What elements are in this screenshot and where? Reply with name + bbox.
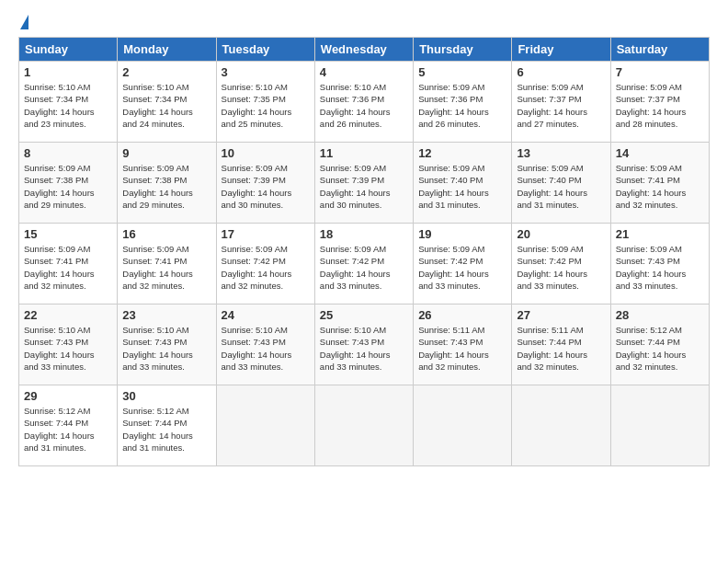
day-number: 23 <box>122 308 210 322</box>
calendar-day-cell: 13 Sunrise: 5:09 AMSunset: 7:40 PMDaylig… <box>512 143 610 224</box>
calendar-day-cell: 26 Sunrise: 5:11 AMSunset: 7:43 PMDaylig… <box>414 304 512 385</box>
day-number: 27 <box>517 308 605 322</box>
calendar-day-cell: 4 Sunrise: 5:10 AMSunset: 7:36 PMDayligh… <box>314 62 413 143</box>
calendar-header-sunday: Sunday <box>19 38 118 62</box>
calendar-day-cell: 16 Sunrise: 5:09 AMSunset: 7:41 PMDaylig… <box>118 224 216 304</box>
day-number: 9 <box>122 146 210 160</box>
day-info: Sunrise: 5:09 AMSunset: 7:40 PMDaylight:… <box>418 162 506 211</box>
day-number: 15 <box>24 227 112 241</box>
calendar-day-cell: 28 Sunrise: 5:12 AMSunset: 7:44 PMDaylig… <box>610 304 709 385</box>
calendar-day-cell: 6 Sunrise: 5:09 AMSunset: 7:37 PMDayligh… <box>512 62 610 143</box>
day-info: Sunrise: 5:09 AMSunset: 7:42 PMDaylight:… <box>517 243 605 292</box>
calendar-day-cell: 11 Sunrise: 5:09 AMSunset: 7:39 PMDaylig… <box>314 143 413 224</box>
day-info: Sunrise: 5:10 AMSunset: 7:43 PMDaylight:… <box>222 324 310 373</box>
day-info: Sunrise: 5:09 AMSunset: 7:43 PMDaylight:… <box>616 243 704 292</box>
calendar-day-cell <box>610 385 709 466</box>
day-number: 26 <box>418 308 506 322</box>
day-number: 7 <box>616 65 704 79</box>
day-info: Sunrise: 5:11 AMSunset: 7:43 PMDaylight:… <box>418 324 506 373</box>
day-info: Sunrise: 5:09 AMSunset: 7:42 PMDaylight:… <box>418 243 506 292</box>
day-number: 30 <box>122 389 210 403</box>
calendar-day-cell: 22 Sunrise: 5:10 AMSunset: 7:43 PMDaylig… <box>19 304 118 385</box>
day-number: 12 <box>418 146 506 160</box>
calendar-day-cell: 15 Sunrise: 5:09 AMSunset: 7:41 PMDaylig… <box>19 224 118 304</box>
calendar-day-cell: 27 Sunrise: 5:11 AMSunset: 7:44 PMDaylig… <box>512 304 610 385</box>
calendar-day-cell <box>314 385 413 466</box>
day-number: 29 <box>24 389 112 403</box>
day-number: 8 <box>24 146 112 160</box>
calendar-week-row: 8 Sunrise: 5:09 AMSunset: 7:38 PMDayligh… <box>19 143 710 224</box>
calendar-week-row: 29 Sunrise: 5:12 AMSunset: 7:44 PMDaylig… <box>19 385 710 466</box>
day-number: 13 <box>517 146 605 160</box>
calendar-header-monday: Monday <box>118 38 216 62</box>
day-number: 24 <box>222 308 310 322</box>
calendar-header-wednesday: Wednesday <box>314 38 413 62</box>
calendar-day-cell: 8 Sunrise: 5:09 AMSunset: 7:38 PMDayligh… <box>19 143 118 224</box>
day-info: Sunrise: 5:09 AMSunset: 7:39 PMDaylight:… <box>222 162 310 211</box>
calendar-header-row: SundayMondayTuesdayWednesdayThursdayFrid… <box>19 38 710 62</box>
calendar-week-row: 22 Sunrise: 5:10 AMSunset: 7:43 PMDaylig… <box>19 304 710 385</box>
calendar-day-cell: 25 Sunrise: 5:10 AMSunset: 7:43 PMDaylig… <box>314 304 413 385</box>
day-info: Sunrise: 5:10 AMSunset: 7:43 PMDaylight:… <box>24 324 112 373</box>
day-number: 4 <box>320 65 408 79</box>
day-number: 2 <box>122 65 210 79</box>
day-number: 18 <box>320 227 408 241</box>
day-info: Sunrise: 5:09 AMSunset: 7:39 PMDaylight:… <box>320 162 408 211</box>
calendar-day-cell: 9 Sunrise: 5:09 AMSunset: 7:38 PMDayligh… <box>118 143 216 224</box>
calendar-day-cell: 29 Sunrise: 5:12 AMSunset: 7:44 PMDaylig… <box>19 385 118 466</box>
day-number: 16 <box>122 227 210 241</box>
calendar-day-cell: 19 Sunrise: 5:09 AMSunset: 7:42 PMDaylig… <box>414 224 512 304</box>
calendar-day-cell: 1 Sunrise: 5:10 AMSunset: 7:34 PMDayligh… <box>19 62 118 143</box>
calendar-day-cell: 10 Sunrise: 5:09 AMSunset: 7:39 PMDaylig… <box>216 143 314 224</box>
calendar-week-row: 1 Sunrise: 5:10 AMSunset: 7:34 PMDayligh… <box>19 62 710 143</box>
calendar-day-cell <box>216 385 314 466</box>
day-number: 10 <box>222 146 310 160</box>
calendar-day-cell: 18 Sunrise: 5:09 AMSunset: 7:42 PMDaylig… <box>314 224 413 304</box>
day-number: 5 <box>418 65 506 79</box>
calendar-day-cell: 20 Sunrise: 5:09 AMSunset: 7:42 PMDaylig… <box>512 224 610 304</box>
day-number: 21 <box>616 227 704 241</box>
calendar-day-cell: 5 Sunrise: 5:09 AMSunset: 7:36 PMDayligh… <box>414 62 512 143</box>
logo <box>18 15 28 28</box>
day-number: 28 <box>616 308 704 322</box>
calendar-day-cell: 14 Sunrise: 5:09 AMSunset: 7:41 PMDaylig… <box>610 143 709 224</box>
logo-triangle-icon <box>20 15 28 29</box>
day-number: 1 <box>24 65 112 79</box>
day-info: Sunrise: 5:12 AMSunset: 7:44 PMDaylight:… <box>24 405 112 454</box>
calendar-header-tuesday: Tuesday <box>216 38 314 62</box>
calendar-day-cell: 12 Sunrise: 5:09 AMSunset: 7:40 PMDaylig… <box>414 143 512 224</box>
calendar-table: SundayMondayTuesdayWednesdayThursdayFrid… <box>18 37 710 466</box>
day-info: Sunrise: 5:09 AMSunset: 7:40 PMDaylight:… <box>517 162 605 211</box>
calendar-day-cell: 23 Sunrise: 5:10 AMSunset: 7:43 PMDaylig… <box>118 304 216 385</box>
day-info: Sunrise: 5:12 AMSunset: 7:44 PMDaylight:… <box>616 324 704 373</box>
day-info: Sunrise: 5:09 AMSunset: 7:41 PMDaylight:… <box>616 162 704 211</box>
calendar-week-row: 15 Sunrise: 5:09 AMSunset: 7:41 PMDaylig… <box>19 224 710 304</box>
calendar-day-cell: 21 Sunrise: 5:09 AMSunset: 7:43 PMDaylig… <box>610 224 709 304</box>
calendar-day-cell: 17 Sunrise: 5:09 AMSunset: 7:42 PMDaylig… <box>216 224 314 304</box>
day-info: Sunrise: 5:09 AMSunset: 7:37 PMDaylight:… <box>517 81 605 130</box>
day-info: Sunrise: 5:10 AMSunset: 7:43 PMDaylight:… <box>320 324 408 373</box>
day-info: Sunrise: 5:09 AMSunset: 7:36 PMDaylight:… <box>418 81 506 130</box>
header <box>18 15 710 28</box>
page: SundayMondayTuesdayWednesdayThursdayFrid… <box>0 0 728 563</box>
day-info: Sunrise: 5:09 AMSunset: 7:37 PMDaylight:… <box>616 81 704 130</box>
day-info: Sunrise: 5:09 AMSunset: 7:42 PMDaylight:… <box>320 243 408 292</box>
calendar-header-thursday: Thursday <box>414 38 512 62</box>
calendar-day-cell: 7 Sunrise: 5:09 AMSunset: 7:37 PMDayligh… <box>610 62 709 143</box>
calendar-day-cell <box>512 385 610 466</box>
day-info: Sunrise: 5:09 AMSunset: 7:38 PMDaylight:… <box>122 162 210 211</box>
day-number: 22 <box>24 308 112 322</box>
calendar-day-cell: 24 Sunrise: 5:10 AMSunset: 7:43 PMDaylig… <box>216 304 314 385</box>
day-number: 20 <box>517 227 605 241</box>
calendar-day-cell <box>414 385 512 466</box>
day-number: 6 <box>517 65 605 79</box>
day-info: Sunrise: 5:09 AMSunset: 7:42 PMDaylight:… <box>222 243 310 292</box>
day-info: Sunrise: 5:09 AMSunset: 7:41 PMDaylight:… <box>24 243 112 292</box>
calendar-header-friday: Friday <box>512 38 610 62</box>
day-number: 3 <box>222 65 310 79</box>
day-number: 17 <box>222 227 310 241</box>
day-info: Sunrise: 5:10 AMSunset: 7:34 PMDaylight:… <box>122 81 210 130</box>
calendar-day-cell: 3 Sunrise: 5:10 AMSunset: 7:35 PMDayligh… <box>216 62 314 143</box>
day-info: Sunrise: 5:10 AMSunset: 7:34 PMDaylight:… <box>24 81 112 130</box>
day-number: 11 <box>320 146 408 160</box>
